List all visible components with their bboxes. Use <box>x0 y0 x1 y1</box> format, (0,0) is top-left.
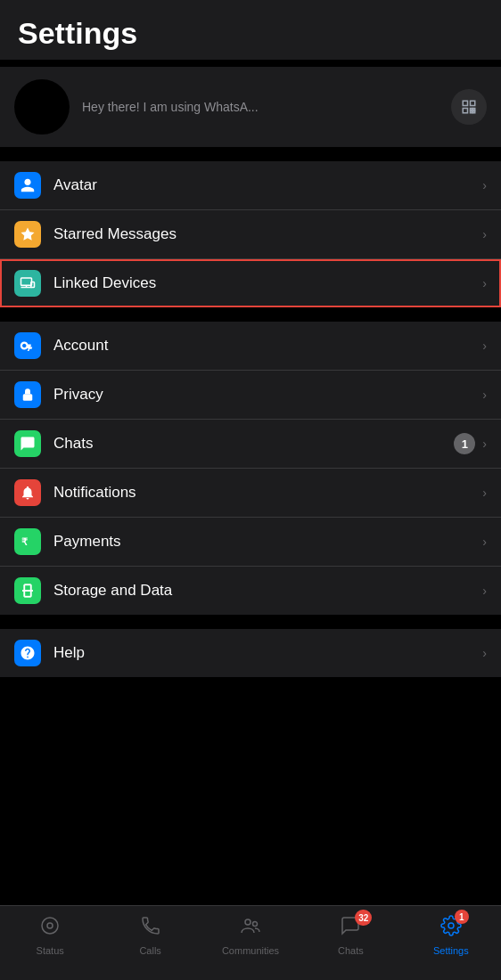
page-title: Settings <box>18 16 137 50</box>
payments-icon: ₹ <box>14 528 41 555</box>
avatar-chevron: › <box>482 178 487 192</box>
chats-settings-icon <box>14 430 41 457</box>
menu-item-avatar[interactable]: Avatar › <box>0 161 501 210</box>
storage-icon <box>14 577 41 604</box>
notifications-label: Notifications <box>53 484 482 502</box>
svg-text:₹: ₹ <box>21 536 28 547</box>
svg-point-20 <box>448 923 454 928</box>
starred-label: Starred Messages <box>53 225 482 243</box>
menu-item-starred[interactable]: Starred Messages › <box>0 210 501 259</box>
starred-chevron: › <box>482 227 487 241</box>
svg-rect-5 <box>471 111 472 113</box>
notifications-chevron: › <box>482 486 487 500</box>
payments-chevron: › <box>482 535 487 549</box>
privacy-label: Privacy <box>53 386 482 404</box>
menu-item-linked-devices[interactable]: Linked Devices › <box>0 259 501 307</box>
tab-status-label: Status <box>37 945 64 956</box>
svg-rect-1 <box>471 101 475 105</box>
storage-chevron: › <box>482 584 487 598</box>
section-help: Help › <box>0 629 501 677</box>
avatar-label: Avatar <box>53 176 482 194</box>
tab-calls[interactable]: Calls <box>100 915 200 956</box>
svg-rect-11 <box>23 394 33 401</box>
help-chevron: › <box>482 646 487 660</box>
linked-devices-icon <box>14 270 41 297</box>
menu-item-help[interactable]: Help › <box>0 629 501 677</box>
profile-info: Hey there! I am using WhatsA... <box>70 100 451 114</box>
help-label: Help <box>53 644 482 662</box>
account-chevron: › <box>482 339 487 353</box>
tab-status[interactable]: Status <box>0 915 100 956</box>
menu-item-chats[interactable]: Chats 1 › <box>0 420 501 469</box>
chats-chevron: › <box>482 437 487 451</box>
settings-tab-badge: 1 <box>455 910 469 924</box>
communities-icon <box>240 915 261 942</box>
chats-tab-icon: 32 <box>340 915 361 942</box>
profile-card[interactable]: Hey there! I am using WhatsA... <box>0 67 501 147</box>
chats-settings-label: Chats <box>53 435 454 453</box>
svg-point-16 <box>42 918 58 934</box>
svg-point-17 <box>47 923 53 928</box>
menu-item-storage[interactable]: Storage and Data › <box>0 567 501 615</box>
privacy-chevron: › <box>482 388 487 402</box>
help-icon <box>14 640 41 666</box>
tab-communities-label: Communities <box>222 945 279 956</box>
starred-icon <box>14 221 41 248</box>
tab-bar: Status Calls Communities 32 C <box>0 905 501 980</box>
linked-devices-label: Linked Devices <box>53 274 482 292</box>
tab-chats[interactable]: 32 Chats <box>300 915 400 956</box>
storage-label: Storage and Data <box>53 582 482 600</box>
qr-icon <box>461 99 477 115</box>
svg-rect-0 <box>463 101 467 105</box>
svg-rect-2 <box>463 109 467 113</box>
calls-icon <box>140 915 161 942</box>
menu-item-payments[interactable]: ₹ Payments › <box>0 518 501 567</box>
chats-tab-badge: 32 <box>355 910 372 926</box>
avatar-icon <box>14 172 41 199</box>
menu-item-account[interactable]: Account › <box>0 322 501 371</box>
privacy-icon <box>14 381 41 408</box>
payments-label: Payments <box>53 533 482 551</box>
svg-point-19 <box>253 922 258 927</box>
tab-communities[interactable]: Communities <box>201 915 300 956</box>
chats-badge: 1 <box>454 433 475 454</box>
avatar <box>14 79 70 135</box>
tab-chats-label: Chats <box>338 945 364 956</box>
menu-item-privacy[interactable]: Privacy › <box>0 371 501 420</box>
section-main: Account › Privacy › Chats 1 › Notificati… <box>0 322 501 615</box>
profile-status: Hey there! I am using WhatsA... <box>82 100 451 114</box>
svg-rect-4 <box>473 109 475 110</box>
tab-settings-label: Settings <box>433 945 469 956</box>
settings-tab-icon: 1 <box>440 915 462 942</box>
svg-rect-10 <box>31 282 35 288</box>
tab-settings[interactable]: 1 Settings <box>401 915 501 956</box>
account-label: Account <box>53 337 482 355</box>
linked-devices-chevron: › <box>482 276 487 290</box>
menu-item-notifications[interactable]: Notifications › <box>0 469 501 518</box>
account-icon <box>14 332 41 359</box>
svg-rect-3 <box>471 109 472 110</box>
status-icon <box>39 915 61 942</box>
tab-calls-label: Calls <box>139 945 160 956</box>
notifications-icon <box>14 479 41 506</box>
svg-rect-7 <box>21 278 32 285</box>
svg-point-18 <box>245 919 250 925</box>
qr-button[interactable] <box>451 89 487 125</box>
svg-rect-6 <box>473 111 475 113</box>
section-shortcuts: Avatar › Starred Messages › Linked Devic… <box>0 161 501 307</box>
settings-header: Settings <box>0 0 501 60</box>
